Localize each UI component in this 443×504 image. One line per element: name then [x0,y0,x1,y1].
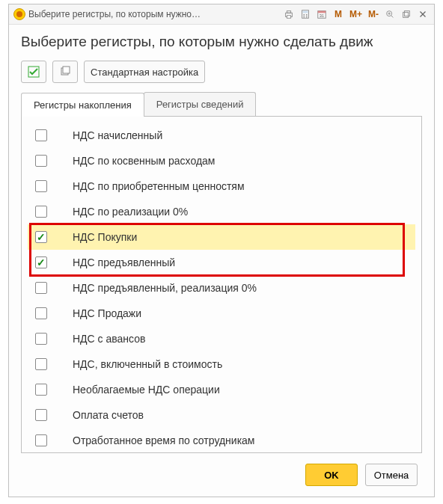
uncheck-all-button[interactable] [52,61,78,83]
svg-line-13 [391,16,394,18]
list-item[interactable]: НДС по реализации 0% [28,199,415,224]
app-logo-icon [13,8,25,20]
list-item-label: НДС по косвенным расходам [73,155,216,167]
list-item-label: Необлагаемые НДС операции [73,384,220,396]
list-item[interactable]: НДС по приобретенным ценностям [28,173,415,199]
list-item-label: Отработанное время по сотрудникам [73,434,254,446]
svg-rect-1 [287,11,290,13]
svg-text:31: 31 [320,13,324,18]
checkbox[interactable] [35,409,47,421]
list-item[interactable]: НДС начисленный [28,123,415,148]
checkbox[interactable] [35,434,47,446]
list-item[interactable]: Отработанное время по сотрудникам [28,428,415,446]
checkbox[interactable] [35,129,47,141]
check-all-button[interactable] [21,61,46,83]
checkbox[interactable] [35,256,47,268]
checkbox[interactable] [35,384,47,396]
list-item[interactable]: НДС Продажи [28,301,415,326]
svg-rect-22 [63,67,70,73]
checkbox[interactable] [35,155,47,167]
svg-point-8 [306,16,308,18]
svg-point-6 [306,14,308,16]
dialog-window: Выберите регистры, по которым нужно с… 3… [8,4,435,497]
list-item[interactable]: Оплата счетов [28,402,415,428]
list-item-label: НДС, включенный в стоимость [73,358,222,370]
list-item[interactable]: НДС по косвенным расходам [28,148,415,173]
list-item-label: НДС начисленный [73,129,162,141]
calculator-icon[interactable] [299,7,312,21]
svg-point-5 [303,14,305,16]
tab-label: Регистры сведений [156,99,244,110]
content-area: Выберите регистры, по которым нужно сдел… [9,25,434,453]
svg-rect-17 [404,11,409,16]
list-item-label: НДС предъявленный [73,256,175,268]
titlebar: Выберите регистры, по которым нужно с… 3… [9,4,434,25]
memory-mplus-button[interactable]: M+ [348,7,364,21]
list-item[interactable]: НДС Покупки [28,224,415,250]
list-item-label: Оплата счетов [73,409,144,421]
list-item[interactable]: НДС с авансов [28,326,415,351]
calendar-icon[interactable]: 31 [315,7,329,21]
memory-mminus-button[interactable]: M- [367,7,380,21]
checkbox[interactable] [35,333,47,345]
list-item[interactable]: НДС предъявленный [28,250,415,275]
checkbox[interactable] [35,231,47,243]
ok-button[interactable]: OK [305,464,358,486]
svg-rect-16 [403,12,409,17]
toolbar: Стандартная настройка [21,61,422,83]
register-list[interactable]: НДС начисленныйНДС по косвенным расходам… [28,123,415,446]
zoom-in-icon[interactable] [383,7,397,21]
tabs: Регистры накопления Регистры сведений [21,92,422,117]
tab-accumulation-registers[interactable]: Регистры накопления [21,93,144,117]
list-container: НДС начисленныйНДС по косвенным расходам… [21,117,422,453]
checkbox[interactable] [35,282,47,294]
list-item[interactable]: НДС, включенный в стоимость [28,351,415,377]
checkbox[interactable] [35,180,47,192]
checkbox[interactable] [35,358,47,370]
list-item-label: НДС Покупки [73,231,137,243]
ok-label: OK [324,470,339,481]
list-item-label: НДС с авансов [73,333,145,345]
memory-m-button[interactable]: M [332,7,345,21]
tab-label: Регистры накопления [34,99,132,111]
list-item-label: НДС по реализации 0% [73,206,188,218]
svg-rect-4 [302,11,308,13]
list-item[interactable]: НДС предъявленный, реализация 0% [28,275,415,301]
print-icon[interactable] [282,7,296,21]
page-title: Выберите регистры, по которым нужно сдел… [21,34,422,50]
close-icon[interactable] [416,7,430,21]
list-item-label: НДС предъявленный, реализация 0% [73,282,257,294]
list-item-label: НДС Продажи [73,307,141,319]
footer: OK Отмена [9,453,434,497]
cancel-label: Отмена [374,470,409,481]
cancel-button[interactable]: Отмена [365,464,418,486]
checkbox[interactable] [35,307,47,319]
tab-information-registers[interactable]: Регистры сведений [144,92,257,116]
checkbox[interactable] [35,206,47,218]
standard-settings-button[interactable]: Стандартная настройка [84,61,205,83]
window-restore-icon[interactable] [400,7,413,21]
list-item[interactable]: Необлагаемые НДС операции [28,377,415,402]
window-title: Выберите регистры, по которым нужно с… [28,9,201,19]
svg-point-7 [303,16,305,18]
svg-rect-2 [287,16,290,19]
standard-settings-label: Стандартная настройка [91,67,198,78]
list-item-label: НДС по приобретенным ценностям [73,180,245,192]
